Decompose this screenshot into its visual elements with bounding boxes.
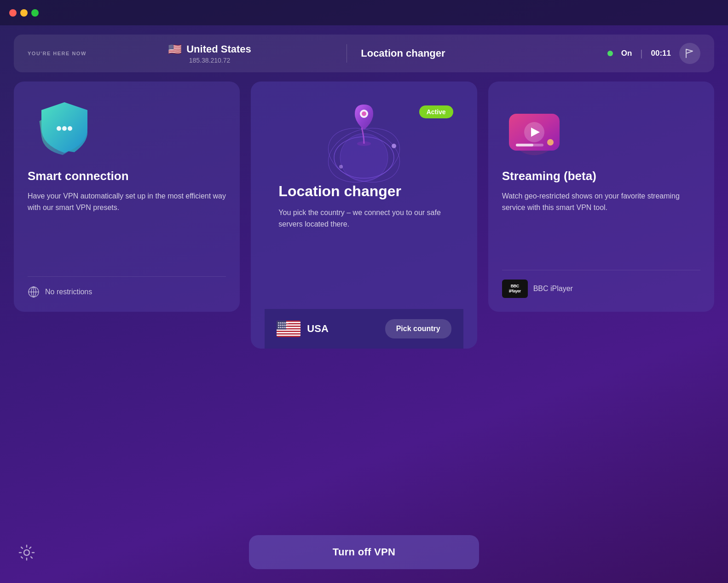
location-changer-title: Location changer [278,183,449,200]
svg-rect-21 [277,332,300,333]
streaming-footer: BBCiPlayer BBC iPlayer [502,270,700,298]
header-right: On | 00:11 [607,43,700,64]
location-country-name: USA [307,323,328,335]
turn-off-vpn-button[interactable]: Turn off VPN [249,535,479,569]
no-restrictions-label: No restrictions [45,288,92,296]
flag-button[interactable] [679,43,700,64]
location-changer-content: Location changer You pick the country – … [265,183,463,309]
streaming-service-name: BBC iPlayer [533,285,573,293]
gear-icon [18,544,35,561]
header-divider [347,44,347,63]
smart-connection-card[interactable]: Smart connection Have your VPN automatic… [14,82,240,312]
flag-icon [685,49,695,58]
streaming-desc: Watch geo-restricted shows on your favor… [502,191,700,256]
smart-connection-title: Smart connection [28,169,226,183]
location-changer-globe-icon [318,95,410,183]
location-changer-card[interactable]: Active [251,82,477,349]
svg-point-2 [68,126,72,131]
location-country: ★★★★★★ ★★★★★ ★★★★★★ USA [277,321,328,337]
streaming-title: Streaming (beta) [502,169,700,183]
smart-shield-icon-wrap [28,100,97,160]
location-changer-desc: You pick the country – we connect you to… [278,207,449,309]
traffic-lights [9,9,39,17]
bbc-logo-text: BBCiPlayer [509,284,521,294]
status-on-label: On [621,49,632,58]
pick-country-button[interactable]: Pick country [385,319,451,338]
separator: | [640,48,642,59]
main-content: Smart connection Have your VPN automatic… [14,82,714,349]
header-bar: YOU'RE HERE NOW 🇺🇸 United States 185.38.… [14,35,714,72]
svg-point-15 [362,111,366,116]
you-are-label: YOU'RE HERE NOW [28,51,87,56]
smart-connection-icon-area [28,95,226,160]
smart-connection-footer: No restrictions [28,276,226,298]
titlebar [0,0,728,25]
close-button[interactable] [9,9,17,17]
svg-point-11 [392,144,396,148]
active-badge: Active [419,105,453,118]
svg-rect-31 [516,144,533,146]
svg-point-32 [547,139,554,146]
bbc-logo: BBCiPlayer [502,280,528,298]
connection-time: 00:11 [651,49,671,58]
status-indicator [607,51,613,56]
globe-icon [28,286,40,298]
country-name-text: United States [186,43,251,55]
vpn-button-wrap: Turn off VPN [249,535,479,569]
minimize-button[interactable] [20,9,28,17]
streaming-card[interactable]: Streaming (beta) Watch geo-restricted sh… [488,82,714,312]
globe-icon-area: Active [265,95,463,183]
svg-point-33 [24,550,29,555]
settings-button[interactable] [18,544,35,565]
usa-flag-icon: ★★★★★★ ★★★★★ ★★★★★★ [277,321,300,337]
country-flag: 🇺🇸 [168,43,182,56]
smart-connection-desc: Have your VPN automatically set up in th… [28,191,226,262]
streaming-icon-area [502,95,700,160]
header-country-name: 🇺🇸 United States [168,43,251,56]
maximize-button[interactable] [31,9,39,17]
streaming-icon [502,105,566,160]
location-bottom-bar: ★★★★★★ ★★★★★ ★★★★★★ USA Pick country [265,309,463,349]
header-country-info: 🇺🇸 United States 185.38.210.72 [87,43,333,64]
svg-point-12 [339,165,343,169]
svg-point-1 [62,126,67,131]
svg-rect-22 [277,334,300,336]
smart-connection-icon [28,100,101,160]
header-ip: 185.38.210.72 [189,57,231,64]
header-location-label: YOU'RE HERE NOW [28,51,87,56]
svg-rect-20 [277,329,300,331]
svg-point-0 [57,126,61,131]
header-mode: Location changer [361,47,607,59]
svg-text:★★★★★★: ★★★★★★ [277,326,289,329]
no-restrictions-text: No restrictions [45,288,92,296]
